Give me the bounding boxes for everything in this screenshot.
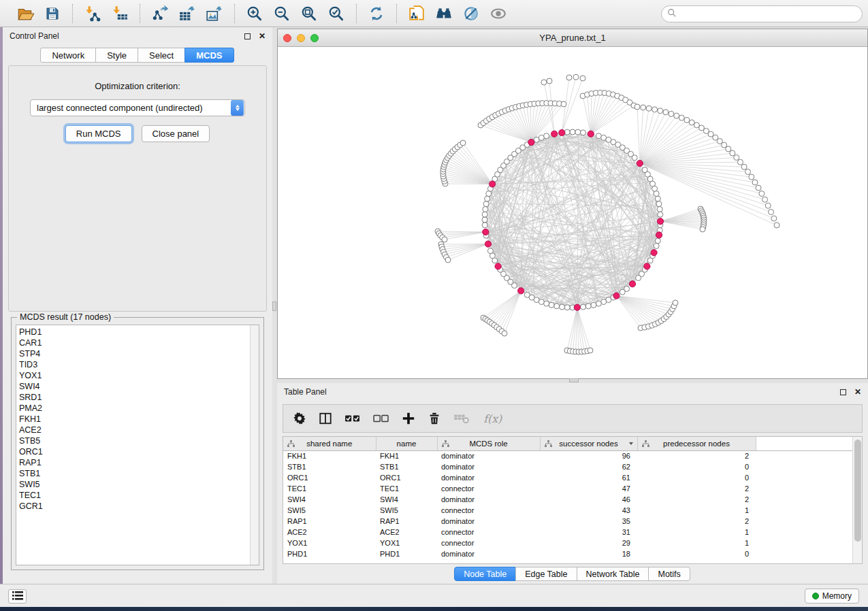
cell-mcds_role[interactable]: connector: [437, 505, 540, 516]
tab-mcds[interactable]: MCDS: [184, 48, 234, 63]
column-header-predecessor-nodes[interactable]: predecessor nodes: [637, 437, 756, 450]
cell-shared_name[interactable]: RAP1: [283, 516, 376, 527]
table-row[interactable]: ORC1ORC1dominator610: [283, 472, 852, 483]
table-row[interactable]: PHD1PHD1dominator180: [283, 548, 852, 559]
cell-name[interactable]: YOX1: [376, 538, 437, 548]
mcds-hub-node[interactable]: [489, 181, 496, 187]
mcds-result-item[interactable]: SWI4: [19, 381, 250, 392]
search-input[interactable]: [677, 10, 862, 19]
table-row[interactable]: STB1STB1dominator620: [283, 461, 852, 472]
cell-successor_nodes[interactable]: 35: [540, 516, 637, 527]
float-panel-icon[interactable]: [244, 33, 251, 39]
panel-menu-button[interactable]: [8, 589, 27, 604]
mcds-hub-node[interactable]: [495, 263, 501, 269]
table-row[interactable]: TEC1TEC1connector472: [283, 483, 852, 494]
horizontal-splitter-handle[interactable]: [569, 378, 579, 382]
mcds-hub-node[interactable]: [559, 129, 565, 135]
mcds-hub-node[interactable]: [574, 304, 580, 310]
cell-mcds_role[interactable]: connector: [437, 538, 540, 548]
mcds-hub-node[interactable]: [657, 218, 663, 225]
cell-predecessor_nodes[interactable]: 0: [637, 461, 756, 472]
close-panel-icon[interactable]: ✕: [854, 388, 861, 396]
network-view-canvas[interactable]: [278, 47, 867, 379]
cell-successor_nodes[interactable]: 43: [540, 505, 637, 516]
mcds-result-item[interactable]: YOX1: [19, 370, 250, 381]
mcds-hub-node[interactable]: [613, 293, 620, 299]
mcds-hub-node[interactable]: [629, 281, 635, 287]
mcds-result-item[interactable]: FKH1: [19, 414, 250, 425]
cell-predecessor_nodes[interactable]: 2: [637, 494, 756, 505]
cell-predecessor_nodes[interactable]: 2: [637, 450, 756, 461]
cell-predecessor_nodes[interactable]: 1: [637, 538, 756, 548]
clone-network-button[interactable]: [406, 3, 427, 24]
vertical-splitter-handle[interactable]: [272, 301, 276, 311]
cell-successor_nodes[interactable]: 31: [540, 527, 637, 538]
mcds-result-item[interactable]: STB5: [19, 435, 250, 446]
cell-mcds_role[interactable]: dominator: [437, 472, 540, 483]
run-mcds-button[interactable]: Run MCDS: [65, 125, 132, 142]
toggle-details-button[interactable]: [461, 3, 481, 24]
cell-successor_nodes[interactable]: 46: [540, 494, 637, 505]
maximize-window-icon[interactable]: [310, 34, 319, 42]
column-header-shared-name[interactable]: shared name: [283, 437, 376, 450]
column-header-MCDS-role[interactable]: MCDS role: [437, 437, 540, 450]
zoom-in-button[interactable]: [244, 3, 265, 24]
mcds-hub-node[interactable]: [637, 161, 643, 167]
apply-layout-button[interactable]: [366, 3, 387, 24]
cell-predecessor_nodes[interactable]: 1: [637, 505, 756, 516]
cell-predecessor_nodes[interactable]: 0: [637, 472, 756, 483]
cell-mcds_role[interactable]: dominator: [437, 450, 540, 461]
zoom-selected-button[interactable]: [326, 3, 347, 24]
cell-name[interactable]: FKH1: [376, 450, 437, 461]
table-row[interactable]: RAP1RAP1dominator352: [283, 516, 852, 527]
table-row[interactable]: YOX1YOX1connector291: [283, 538, 852, 548]
cell-shared_name[interactable]: PHD1: [283, 548, 376, 559]
export-network-button[interactable]: [150, 3, 170, 24]
mcds-hub-node[interactable]: [651, 250, 657, 256]
cell-mcds_role[interactable]: dominator: [437, 494, 540, 505]
cell-successor_nodes[interactable]: 61: [540, 472, 637, 483]
cell-shared_name[interactable]: SWI5: [283, 505, 376, 516]
mcds-hub-node[interactable]: [588, 131, 594, 137]
tab-style[interactable]: Style: [95, 48, 138, 63]
table-row[interactable]: SWI5SWI5connector431: [283, 505, 852, 516]
save-session-button[interactable]: [42, 3, 63, 24]
table-row[interactable]: SWI4SWI4dominator462: [283, 494, 852, 505]
cell-name[interactable]: TEC1: [376, 483, 437, 494]
tab-network[interactable]: Network: [40, 48, 96, 63]
cell-successor_nodes[interactable]: 62: [540, 461, 637, 472]
network-window-titlebar[interactable]: YPA_prune.txt_1: [278, 29, 867, 47]
cell-name[interactable]: RAP1: [376, 516, 437, 527]
cell-predecessor_nodes[interactable]: 2: [637, 483, 756, 494]
cell-shared_name[interactable]: YOX1: [283, 538, 376, 548]
zoom-out-button[interactable]: [272, 3, 292, 24]
open-file-button[interactable]: [15, 3, 35, 24]
float-panel-icon[interactable]: [840, 389, 846, 395]
add-column-icon[interactable]: [402, 412, 415, 425]
cell-predecessor_nodes[interactable]: 0: [637, 548, 756, 559]
cell-successor_nodes[interactable]: 29: [540, 538, 637, 548]
cell-successor_nodes[interactable]: 47: [540, 483, 637, 494]
cell-mcds_role[interactable]: dominator: [437, 461, 540, 472]
table-row[interactable]: FKH1FKH1dominator962: [283, 450, 852, 461]
column-header-name[interactable]: name: [376, 437, 437, 450]
mcds-hub-node[interactable]: [518, 288, 524, 294]
close-window-icon[interactable]: [283, 34, 291, 42]
close-panel-button[interactable]: Close panel: [142, 125, 210, 142]
cell-shared_name[interactable]: ACE2: [283, 527, 376, 538]
mcds-hub-node[interactable]: [528, 139, 534, 146]
export-image-button[interactable]: [204, 3, 225, 24]
import-network-button[interactable]: [82, 3, 103, 24]
show-hide-button[interactable]: [488, 3, 509, 24]
tab-select[interactable]: Select: [138, 48, 185, 63]
mcds-result-item[interactable]: STP4: [19, 348, 250, 359]
mcds-result-item[interactable]: PHD1: [19, 327, 250, 337]
tab-edge-table[interactable]: Edge Table: [515, 567, 577, 581]
cell-shared_name[interactable]: SWI4: [283, 494, 376, 505]
mcds-result-item[interactable]: STB1: [19, 468, 250, 479]
node-table-grid[interactable]: shared namenameMCDS rolesuccessor nodesp…: [283, 437, 852, 559]
cell-mcds_role[interactable]: connector: [437, 527, 540, 538]
export-table-button[interactable]: [177, 3, 197, 24]
show-columns-icon[interactable]: [319, 412, 332, 425]
tab-node-table[interactable]: Node Table: [454, 567, 516, 581]
